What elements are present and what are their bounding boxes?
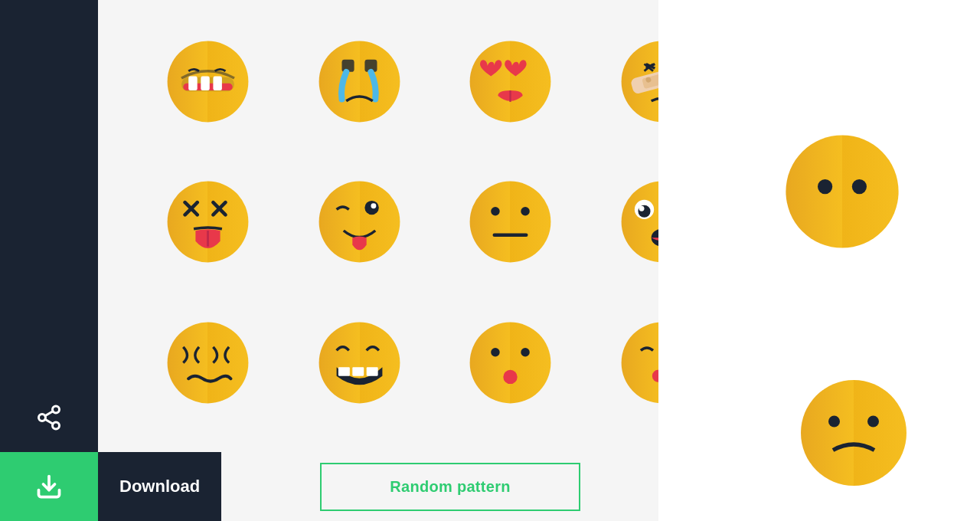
list-item xyxy=(288,156,432,288)
emoji-kiss xyxy=(466,319,554,407)
download-tooltip: Download xyxy=(98,452,221,521)
svg-point-37 xyxy=(521,207,531,216)
emoji-squint xyxy=(164,319,252,407)
list-item xyxy=(136,15,280,148)
list-item xyxy=(288,15,432,148)
svg-point-15 xyxy=(470,41,551,123)
svg-point-36 xyxy=(491,207,500,216)
emoji-big-grin xyxy=(315,319,403,407)
svg-point-63 xyxy=(852,179,867,194)
emoji-dead xyxy=(164,178,252,266)
download-button[interactable]: Download xyxy=(0,452,98,521)
list-item xyxy=(136,156,280,288)
svg-point-34 xyxy=(371,204,376,209)
svg-rect-51 xyxy=(366,367,377,376)
svg-point-65 xyxy=(828,416,840,428)
main-content: Random pattern xyxy=(98,0,980,521)
emoji-laugh xyxy=(164,38,252,126)
svg-point-66 xyxy=(867,416,879,428)
svg-rect-49 xyxy=(338,367,350,376)
list-item xyxy=(439,297,583,429)
emoji-neutral xyxy=(466,178,554,266)
list-item xyxy=(439,15,583,148)
overflow-emoji-2 xyxy=(796,375,911,506)
svg-rect-50 xyxy=(352,367,364,376)
svg-point-62 xyxy=(818,179,832,194)
svg-point-26 xyxy=(168,182,249,263)
svg-rect-11 xyxy=(214,77,223,90)
svg-line-3 xyxy=(45,419,53,424)
list-item xyxy=(439,156,583,288)
right-panel xyxy=(658,0,980,521)
svg-point-12 xyxy=(318,41,400,123)
svg-point-56 xyxy=(506,371,515,376)
emoji-cry xyxy=(315,38,403,126)
svg-point-52 xyxy=(470,322,551,403)
svg-point-53 xyxy=(491,348,500,357)
svg-point-64 xyxy=(801,380,906,486)
emoji-heart-eyes xyxy=(466,38,554,126)
emoji-tongue-wink xyxy=(315,178,403,266)
sidebar: Download xyxy=(0,0,98,521)
svg-rect-9 xyxy=(188,77,198,90)
svg-point-54 xyxy=(521,348,531,357)
svg-point-47 xyxy=(168,322,249,403)
svg-line-4 xyxy=(45,411,53,416)
random-pattern-button[interactable]: Random pattern xyxy=(320,463,580,511)
svg-rect-10 xyxy=(201,77,211,90)
download-icon xyxy=(35,473,63,500)
svg-point-32 xyxy=(318,182,400,263)
share-icon xyxy=(35,404,63,431)
svg-point-44 xyxy=(639,206,644,211)
list-item xyxy=(288,297,432,429)
svg-point-35 xyxy=(470,182,551,263)
svg-point-48 xyxy=(318,322,400,403)
share-button[interactable] xyxy=(0,383,98,452)
overflow-emoji-1 xyxy=(781,130,903,268)
svg-point-61 xyxy=(786,135,898,247)
download-label: Download xyxy=(119,477,200,496)
list-item xyxy=(136,297,280,429)
